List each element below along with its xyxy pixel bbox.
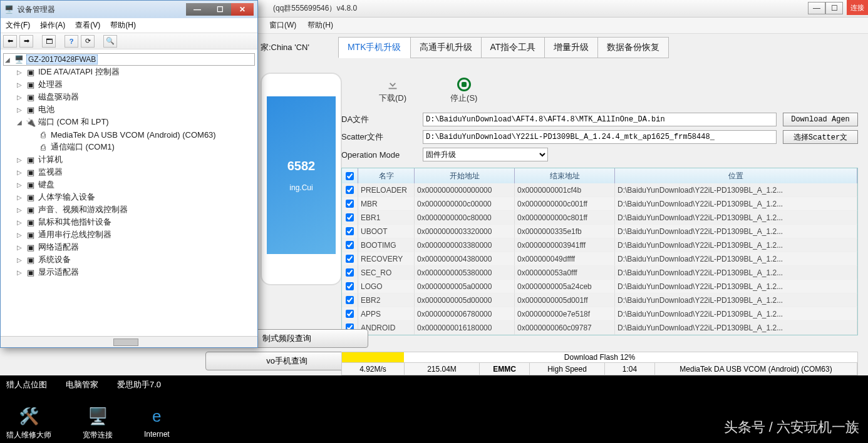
tree-node[interactable]: ▷▣鼠标和其他指针设备 [3, 216, 255, 228]
stop-button[interactable]: 停止(S) [450, 78, 477, 104]
tree-node[interactable]: ▷▣系统设备 [3, 253, 255, 266]
table-row[interactable]: EBR2 0x0000000005d00000 0x0000000005d001… [342, 293, 857, 307]
scatter-file-input[interactable] [423, 130, 777, 144]
grid-head-end[interactable]: 结束地址 [515, 168, 615, 183]
dm-minimize-button[interactable]: — [186, 3, 209, 16]
tree-node[interactable]: ▷▣人体学输入设备 [3, 191, 255, 203]
row-checkbox[interactable] [346, 268, 354, 277]
table-row[interactable]: LOGO 0x0000000005a00000 0x0000000005a24c… [342, 280, 857, 293]
menu-window[interactable]: 窗口(W) [269, 20, 296, 31]
tree-node[interactable]: ▷▣电池 [3, 103, 255, 116]
desktop-icon-3[interactable]: eInternet [144, 405, 170, 440]
row-checkbox[interactable] [346, 241, 354, 249]
taskbar-item-1[interactable]: 猎人点位图 [6, 379, 47, 390]
download-agent-button[interactable]: Download Agen [783, 113, 858, 126]
da-file-input[interactable] [423, 113, 777, 126]
taskbar-item-3[interactable]: 爱思助手7.0 [117, 379, 161, 390]
opmode-select[interactable]: 固件升级 [423, 148, 548, 161]
tab-mtk[interactable]: MTK手机升级 [338, 37, 411, 58]
tb-scan-button[interactable]: 🔍 [103, 35, 117, 48]
row-checkbox[interactable] [346, 310, 354, 318]
tree-node[interactable]: ▷▣监视器 [3, 166, 255, 178]
stop-label: 停止(S) [450, 93, 477, 104]
grid-head-start[interactable]: 开始地址 [415, 168, 515, 183]
tree-node[interactable]: ▷▣计算机 [3, 153, 255, 166]
dm-menu-help[interactable]: 帮助(H) [110, 20, 136, 31]
row-checkbox[interactable] [346, 213, 354, 222]
row-checkbox[interactable] [346, 186, 354, 194]
tree-node[interactable]: ▷▣通用串行总线控制器 [3, 228, 255, 241]
tab-delta[interactable]: 增量升级 [544, 37, 598, 58]
maximize-button[interactable]: ☐ [825, 2, 843, 14]
wrench-icon: 🛠️ [18, 405, 40, 427]
device-tree[interactable]: ◢🖥️GZ-20170428FWAB ▷▣IDE ATA/ATAPI 控制器▷▣… [1, 49, 257, 336]
table-row[interactable]: BOOTIMG 0x0000000003380000 0x00000000039… [342, 238, 857, 252]
grid-head-loc[interactable]: 位置 [615, 168, 857, 183]
tree-node[interactable]: ▷▣键盘 [3, 178, 255, 191]
tree-node[interactable]: ▷▣处理器 [3, 78, 255, 91]
table-row[interactable]: SEC_RO 0x0000000005380000 0x000000053a0f… [342, 266, 857, 280]
tb-refresh-button[interactable]: ⟳ [81, 35, 95, 48]
scroll-thumb[interactable] [113, 339, 138, 346]
device-icon: ▣ [26, 217, 36, 227]
row-end: 0x0000000005a24ceb [515, 280, 615, 293]
download-button[interactable]: 下载(D) [379, 78, 406, 104]
table-row[interactable]: PRELOADER 0x0000000000000000 0x000000000… [342, 183, 857, 197]
dm-maximize-button[interactable]: ☐ [209, 3, 231, 16]
tab-at[interactable]: AT指令工具 [481, 37, 545, 58]
taskbar-item-2[interactable]: 电脑管家 [66, 379, 98, 390]
tab-backup[interactable]: 数据备份恢复 [597, 37, 669, 58]
forward-button[interactable]: ➡ [19, 35, 33, 48]
row-loc: D:\BaiduYunDownload\Y22iL-PD1309BL_A_1.2… [615, 321, 857, 335]
country-label: 家:China 'CN' [261, 42, 309, 53]
row-end: 0x0000000001cf4b [515, 183, 615, 197]
row-checkbox[interactable] [346, 296, 354, 304]
row-end: 0x000000000e7e518f [515, 307, 615, 321]
row-name: RECOVERY [358, 252, 415, 266]
back-button[interactable]: ⬅ [3, 35, 17, 48]
table-row[interactable]: APPS 0x0000000006780000 0x000000000e7e51… [342, 307, 857, 321]
device-icon: ▣ [26, 79, 36, 89]
tree-node[interactable]: ▷▣显示适配器 [3, 266, 255, 278]
tree-port-mtk[interactable]: ⎙MediaTek DA USB VCOM (Android) (COM63) [3, 128, 255, 141]
row-checkbox[interactable] [346, 282, 354, 290]
tree-node[interactable]: ▷▣IDE ATA/ATAPI 控制器 [3, 66, 255, 78]
menu-help[interactable]: 帮助(H) [307, 20, 333, 31]
tb-help-button[interactable]: ? [65, 35, 78, 48]
desktop-icon-1[interactable]: 🛠️猎人维修大师 [6, 405, 51, 440]
dm-menu-view[interactable]: 查看(V) [75, 20, 100, 31]
dm-scrollbar[interactable] [1, 336, 257, 347]
table-row[interactable]: MBR 0x0000000000c00000 0x0000000000c001f… [342, 197, 857, 211]
grid-head-name[interactable]: 名字 [358, 168, 415, 183]
connect-badge[interactable]: 连接 [847, 0, 868, 15]
minimize-button[interactable]: — [808, 2, 825, 14]
desktop-icon-2[interactable]: 🖥️宽带连接 [83, 405, 113, 440]
table-row[interactable]: UBOOT 0x0000000003320000 0x0000000335e1f… [342, 225, 857, 238]
tb-scope-button[interactable]: 🗔 [42, 35, 56, 48]
dm-titlebar[interactable]: 🖥️ 设备管理器 — ☐ ✕ [1, 1, 257, 18]
row-name: MBR [358, 197, 415, 211]
row-start: 0x0000000003320000 [415, 225, 515, 238]
tree-node[interactable]: ▷▣声音、视频和游戏控制器 [3, 203, 255, 216]
tab-qcom[interactable]: 高通手机升级 [410, 37, 482, 58]
table-row[interactable]: RECOVERY 0x0000000004380000 0x000000049d… [342, 252, 857, 266]
table-row[interactable]: ANDROID 0x0000000016180000 0x0000000060c… [342, 321, 857, 335]
dm-close-button[interactable]: ✕ [231, 3, 254, 16]
row-checkbox[interactable] [346, 227, 354, 235]
row-start: 0x0000000005a00000 [415, 280, 515, 293]
row-checkbox[interactable] [346, 255, 354, 263]
tree-node[interactable]: ▷▣网络适配器 [3, 241, 255, 253]
tree-port-com1[interactable]: ⎙通信端口 (COM1) [3, 141, 255, 153]
grid-head-check[interactable] [342, 168, 358, 183]
svg-rect-0 [389, 88, 397, 89]
row-checkbox[interactable] [346, 200, 354, 208]
choose-scatter-button[interactable]: 选择Scatter文 [783, 130, 858, 144]
dm-menu-file[interactable]: 文件(F) [6, 20, 30, 31]
dm-menu-action[interactable]: 操作(A) [40, 20, 65, 31]
row-name: SEC_RO [358, 266, 415, 280]
table-row[interactable]: EBR1 0x0000000000c80000 0x0000000000c801… [342, 211, 857, 225]
status-speed: 4.92M/s [342, 363, 405, 375]
tree-root[interactable]: ◢🖥️GZ-20170428FWAB [3, 53, 255, 66]
tree-ports[interactable]: ◢🔌端口 (COM 和 LPT) [3, 116, 255, 128]
tree-node[interactable]: ▷▣磁盘驱动器 [3, 91, 255, 103]
